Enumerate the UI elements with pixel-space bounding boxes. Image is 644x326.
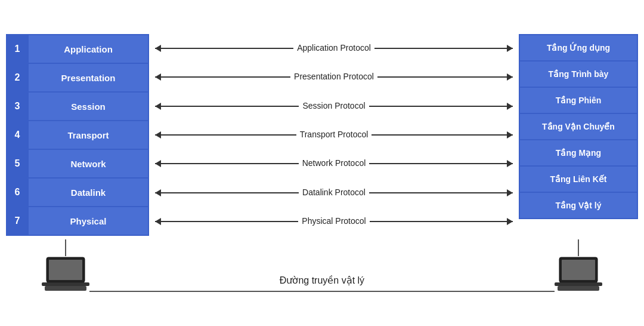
protocol-row-5: Network Protocol bbox=[155, 149, 513, 177]
protocol-label-3: Session Protocol bbox=[299, 101, 369, 110]
right-laptop-icon bbox=[555, 256, 602, 292]
layer-name-2: Presentation bbox=[29, 64, 148, 91]
right-layer-4: Tầng Vận Chuyển bbox=[519, 113, 638, 140]
right-layer-5: Tầng Mạng bbox=[519, 139, 638, 167]
layer-name-7: Physical bbox=[29, 207, 148, 235]
left-laptop-icon bbox=[42, 256, 89, 292]
right-osi-table: Tầng Ứng dụngTầng Trình bàyTầng PhiênTần… bbox=[519, 34, 638, 235]
left-osi-table: 1Application2Presentation3Session4Transp… bbox=[6, 34, 149, 235]
layer-num-1: 1 bbox=[7, 35, 29, 63]
left-layer-row-6: 6Datalink bbox=[6, 177, 149, 207]
layer-name-5: Network bbox=[29, 150, 148, 177]
layer-num-6: 6 bbox=[7, 179, 29, 206]
protocol-row-6: Datalink Protocol bbox=[155, 179, 513, 206]
svg-rect-3 bbox=[45, 286, 86, 291]
protocol-label-6: Datalink Protocol bbox=[299, 187, 369, 197]
left-layer-row-5: 5Network bbox=[6, 149, 149, 179]
physical-text-label: Đường truyền vật lý bbox=[280, 275, 364, 286]
layer-name-1: Application bbox=[29, 35, 148, 63]
protocol-label-2: Presentation Protocol bbox=[290, 72, 377, 81]
osi-diagram: 1Application2Presentation3Session4Transp… bbox=[6, 34, 638, 235]
right-layer-3: Tầng Phiên bbox=[519, 87, 638, 114]
right-vertical-line bbox=[578, 239, 579, 256]
left-vertical-line bbox=[65, 239, 66, 256]
layer-num-5: 5 bbox=[7, 150, 29, 177]
protocol-row-4: Transport Protocol bbox=[155, 121, 513, 148]
svg-rect-6 bbox=[555, 282, 602, 286]
layer-num-4: 4 bbox=[7, 121, 29, 149]
layer-num-3: 3 bbox=[7, 93, 29, 120]
protocol-row-3: Session Protocol bbox=[155, 92, 513, 119]
left-layer-row-4: 4Transport bbox=[6, 120, 149, 150]
left-layer-row-3: 3Session bbox=[6, 91, 149, 121]
left-layer-row-1: 1Application bbox=[6, 34, 149, 64]
physical-line-section: Đường truyền vật lý bbox=[89, 275, 555, 292]
svg-rect-7 bbox=[558, 286, 599, 291]
left-layer-row-7: 7Physical bbox=[6, 206, 149, 236]
protocols-column: Application ProtocolPresentation Protoco… bbox=[149, 34, 519, 235]
layer-num-2: 2 bbox=[7, 64, 29, 91]
protocol-label-7: Physical Protocol bbox=[298, 216, 369, 226]
svg-rect-2 bbox=[42, 282, 89, 286]
layer-name-3: Session bbox=[29, 93, 148, 120]
right-computer bbox=[555, 239, 602, 292]
protocol-label-4: Transport Protocol bbox=[296, 130, 372, 139]
protocol-label-1: Application Protocol bbox=[293, 43, 374, 53]
protocol-label-5: Network Protocol bbox=[299, 158, 370, 168]
svg-rect-1 bbox=[49, 260, 82, 280]
protocol-row-1: Application Protocol bbox=[155, 34, 513, 61]
layer-num-7: 7 bbox=[7, 207, 29, 235]
left-computer bbox=[42, 239, 89, 292]
left-layer-row-2: 2Presentation bbox=[6, 63, 149, 93]
protocol-row-7: Physical Protocol bbox=[155, 207, 513, 235]
layer-name-6: Datalink bbox=[29, 179, 148, 206]
right-layer-2: Tầng Trình bày bbox=[519, 60, 638, 88]
physical-horizontal-line bbox=[89, 291, 555, 292]
right-layer-6: Tầng Liên Kết bbox=[519, 165, 638, 193]
main-container: 1Application2Presentation3Session4Transp… bbox=[6, 34, 638, 292]
bottom-section: Đường truyền vật lý bbox=[6, 239, 638, 292]
protocol-row-2: Presentation Protocol bbox=[155, 63, 513, 90]
layer-name-4: Transport bbox=[29, 121, 148, 149]
right-layer-7: Tầng Vật lý bbox=[519, 192, 638, 219]
svg-rect-5 bbox=[562, 260, 595, 280]
right-layer-1: Tầng Ứng dụng bbox=[519, 34, 638, 61]
